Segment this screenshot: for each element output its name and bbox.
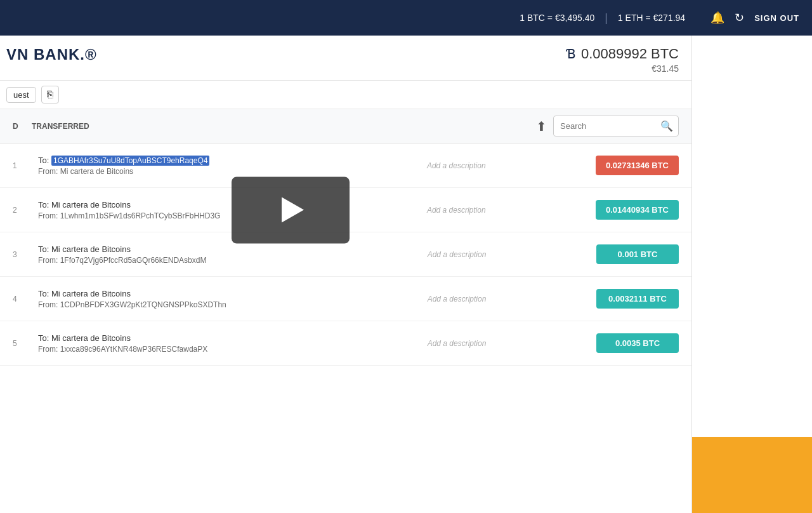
col-transferred-header: TRANSFERRED (32, 122, 536, 131)
table-row: 2 To: Mi cartera de Bitcoins From: 1Lwhm… (0, 188, 691, 232)
tx-from-address: 1Ffo7q2Vjg6PfccRd5aGQr66kENDAsbxdM (60, 256, 207, 265)
tx-description[interactable]: Add a description (317, 206, 596, 215)
tx-id: 3 (13, 250, 32, 259)
rate-divider: | (605, 11, 608, 25)
copy-button[interactable]: ⎘ (41, 86, 59, 103)
tx-from-label: From: (38, 256, 60, 265)
tx-amount-badge: 0.02731346 BTC (596, 156, 679, 175)
tx-to: To: Mi cartera de Bitcoins (38, 289, 317, 298)
tx-amount-badge: 0.0032111 BTC (596, 289, 679, 309)
balance-area: Ɓ 0.0089992 BTC €31.45 (566, 46, 679, 74)
right-sidebar (691, 36, 812, 513)
eur-balance: €31.45 (566, 63, 679, 74)
tx-to: To: Mi cartera de Bitcoins (38, 333, 317, 343)
eth-rate: 1 ETH = €271.94 (618, 13, 685, 23)
col-id-header: D (13, 122, 32, 131)
app-panel: VN BANK.® Ɓ 0.0089992 BTC €31.45 uest ⎘ … (0, 36, 691, 513)
tx-description[interactable]: Add a description (317, 295, 596, 303)
play-button-icon (282, 197, 304, 223)
tx-id: 5 (13, 339, 32, 348)
btc-icon: Ɓ (566, 46, 576, 62)
tx-to-label: To: (38, 200, 51, 210)
tx-from: From: 1xxca89c96AYtKNR48wP36RESCfawdaPX (38, 345, 317, 354)
notification-icon-button[interactable]: 🔔 (710, 11, 724, 25)
tx-id: 1 (13, 161, 32, 170)
video-player-overlay[interactable] (232, 177, 350, 243)
tx-details: To: Mi cartera de Bitcoins From: 1CDPnBF… (32, 289, 317, 309)
tx-description[interactable]: Add a description (317, 339, 596, 348)
tx-to-label: To: (38, 156, 51, 165)
table-row: 4 To: Mi cartera de Bitcoins From: 1CDPn… (0, 277, 691, 321)
main-wrapper: VN BANK.® Ɓ 0.0089992 BTC €31.45 uest ⎘ … (0, 36, 812, 513)
tx-amount-badge: 0.01440934 BTC (596, 200, 679, 220)
app-header: VN BANK.® Ɓ 0.0089992 BTC €31.45 (0, 36, 691, 81)
tx-from-label: From: (38, 345, 60, 354)
tx-id: 2 (13, 206, 32, 215)
request-button[interactable]: uest (6, 87, 36, 103)
tx-to-address: Mi cartera de Bitcoins (51, 200, 131, 210)
table-row: 5 To: Mi cartera de Bitcoins From: 1xxca… (0, 321, 691, 366)
tx-to: To: 1GABHAfr3Su7uU8dTopAuBSCT9ehRaqeQ4 (38, 156, 317, 165)
tx-id: 4 (13, 295, 32, 303)
bank-name-title: VN BANK.® (6, 46, 97, 63)
table-header-actions: ⬆ 🔍 (536, 116, 679, 137)
sign-out-button[interactable]: SIGN OUT (754, 13, 799, 23)
top-bar-actions: 🔔 ↻ SIGN OUT (710, 11, 799, 25)
tx-details: To: Mi cartera de Bitcoins From: 1xxca89… (32, 333, 317, 354)
refresh-icon-button[interactable]: ↻ (735, 11, 744, 25)
search-box: 🔍 (553, 116, 679, 137)
tx-from-address: 1xxca89c96AYtKNR48wP36RESCfawdaPX (60, 345, 208, 354)
tx-to-label: To: (38, 333, 51, 343)
sidebar-orange-decoration (692, 437, 812, 513)
tx-description[interactable]: Add a description (317, 161, 596, 170)
search-button[interactable]: 🔍 (655, 116, 678, 136)
tx-from-label: From: (38, 211, 60, 220)
tx-to: To: Mi cartera de Bitcoins (38, 244, 317, 254)
btc-rate: 1 BTC = €3,495.40 (520, 13, 594, 23)
tx-from: From: 1Ffo7q2Vjg6PfccRd5aGQr66kENDAsbxdM (38, 256, 317, 265)
exchange-rates: 1 BTC = €3,495.40 | 1 ETH = €271.94 (520, 11, 685, 25)
tx-to-label: To: (38, 244, 51, 254)
tx-from-label: From: (38, 300, 60, 309)
toolbar-row: uest ⎘ (0, 81, 691, 109)
transactions-list: 1 To: 1GABHAfr3Su7uU8dTopAuBSCT9ehRaqeQ4… (0, 143, 691, 513)
btc-balance: Ɓ 0.0089992 BTC (566, 46, 679, 62)
search-input[interactable] (554, 117, 655, 135)
tx-details: To: Mi cartera de Bitcoins From: 1Ffo7q2… (32, 244, 317, 265)
tx-to-address-highlighted: 1GABHAfr3Su7uU8dTopAuBSCT9ehRaqeQ4 (51, 156, 209, 166)
tx-from-label: From: (38, 167, 60, 176)
upload-icon: ⬆ (536, 119, 547, 133)
search-icon: 🔍 (660, 121, 673, 131)
tx-to-label: To: (38, 289, 51, 298)
tx-description[interactable]: Add a description (317, 250, 596, 259)
tx-from-address: 1CDPnBFDFX3GW2pKt2TQNGNSPPkoSXDThn (60, 300, 226, 309)
btc-balance-value: 0.0089992 BTC (581, 46, 679, 62)
tx-details: To: 1GABHAfr3Su7uU8dTopAuBSCT9ehRaqeQ4 F… (32, 156, 317, 176)
tx-from: From: Mi cartera de Bitcoins (38, 167, 317, 176)
tx-from-address: Mi cartera de Bitcoins (60, 167, 133, 176)
top-navigation-bar: 1 BTC = €3,495.40 | 1 ETH = €271.94 🔔 ↻ … (0, 0, 812, 36)
tx-to-address: Mi cartera de Bitcoins (51, 244, 131, 254)
tx-to-address: Mi cartera de Bitcoins (51, 333, 131, 343)
tx-amount-badge: 0.001 BTC (596, 244, 679, 264)
upload-button[interactable]: ⬆ (536, 119, 547, 134)
tx-from-address: 1Lwhm1m1bSFw1ds6RPchTCybSBrFbHHD3G (60, 211, 221, 220)
tx-from: From: 1CDPnBFDFX3GW2pKt2TQNGNSPPkoSXDThn (38, 300, 317, 309)
tx-amount-badge: 0.0035 BTC (596, 333, 679, 353)
table-header: D TRANSFERRED ⬆ 🔍 (0, 109, 691, 143)
tx-to-address: Mi cartera de Bitcoins (51, 289, 131, 298)
copy-icon: ⎘ (47, 89, 53, 100)
